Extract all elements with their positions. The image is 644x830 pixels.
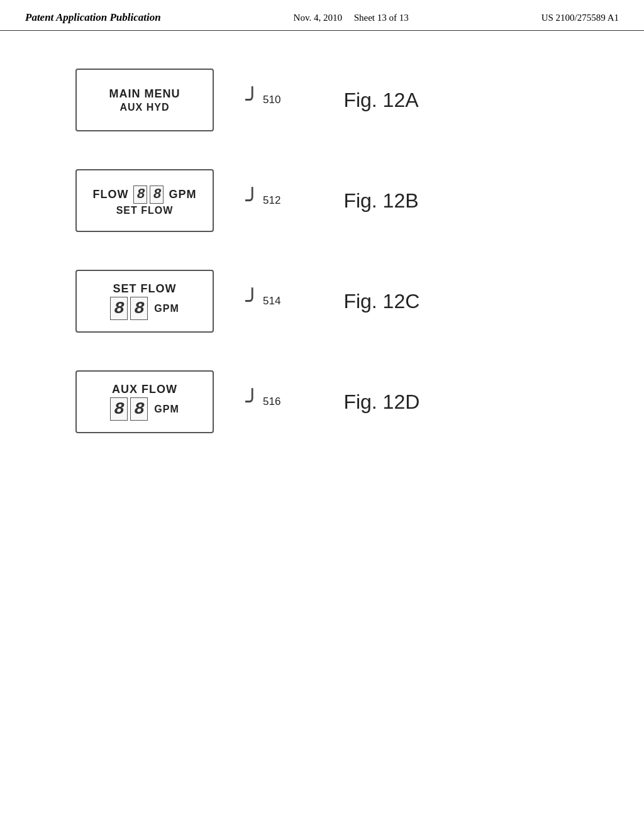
display-box-12a: MAIN MENU AUX HYD [75, 69, 214, 131]
fig-label-12d: Fig. 12D [343, 390, 419, 414]
patent-number: US 2100/275589 A1 [541, 13, 619, 23]
arrow-label-12c: ╰ 514 [245, 290, 280, 313]
main-content: MAIN MENU AUX HYD ╰ 510 Fig. 12A FLOW 8 … [0, 31, 644, 471]
arrow-label-12a: ╰ 510 [245, 89, 280, 111]
publication-date-sheet: Nov. 4, 2010 Sheet 13 of 13 [294, 13, 409, 23]
seg-digit-8-left-12b: 8 [133, 185, 147, 204]
ref-number-12b: 512 [263, 194, 280, 207]
seg-digit-8-right-12b: 8 [150, 185, 164, 204]
arrow-bracket-12b: ╰ [245, 189, 259, 212]
arrow-bracket-12c: ╰ [245, 290, 259, 313]
fig-label-12c: Fig. 12C [343, 290, 419, 313]
ref-number-12c: 514 [263, 295, 280, 307]
publication-title: Patent Application Publication [25, 11, 161, 24]
page-header: Patent Application Publication Nov. 4, 2… [0, 0, 644, 31]
display-line2-12c: 8 8 GPM [110, 297, 179, 320]
arrow-label-12d: ╰ 516 [245, 390, 280, 413]
figure-12a-row: MAIN MENU AUX HYD ╰ 510 Fig. 12A [75, 69, 419, 131]
display-box-12c: SET FLOW 8 8 GPM [75, 270, 214, 333]
figure-12d-row: AUX FLOW 8 8 GPM ╰ 516 Fig. 12D [75, 370, 419, 433]
ref-number-12d: 516 [263, 396, 280, 408]
display-line1-12b: FLOW 8 8 GPM [93, 185, 197, 204]
arrow-label-12b: ╰ 512 [245, 189, 280, 212]
display-line2-12a: AUX HYD [119, 102, 169, 113]
fig-label-12b: Fig. 12B [343, 189, 418, 213]
ref-number-12a: 510 [263, 94, 280, 106]
display-box-12b: FLOW 8 8 GPM SET FLOW [75, 169, 214, 232]
fig-label-12a: Fig. 12A [343, 89, 418, 112]
figure-12c-row: SET FLOW 8 8 GPM ╰ 514 Fig. 12C [75, 270, 419, 333]
display-line1-12a: MAIN MENU [109, 87, 180, 101]
display-line1-12d: AUX FLOW [112, 383, 177, 396]
seg-digit-8-right-12d: 8 [130, 397, 148, 421]
display-line2-12d: 8 8 GPM [110, 397, 179, 421]
display-line1-12c: SET FLOW [113, 282, 177, 296]
arrow-bracket-12d: ╰ [245, 390, 259, 413]
arrow-bracket-12a: ╰ [245, 89, 259, 111]
figure-12b-row: FLOW 8 8 GPM SET FLOW ╰ 512 Fig. 12B [75, 169, 419, 232]
display-box-12d: AUX FLOW 8 8 GPM [75, 370, 214, 433]
display-line2-12b: SET FLOW [116, 205, 174, 216]
seg-digit-8-left-12d: 8 [110, 397, 128, 421]
publication-date: Nov. 4, 2010 [294, 13, 342, 23]
sheet-info: Sheet 13 of 13 [354, 13, 409, 23]
seg-digit-8-left-12c: 8 [110, 297, 128, 320]
seg-digit-8-right-12c: 8 [130, 297, 148, 320]
